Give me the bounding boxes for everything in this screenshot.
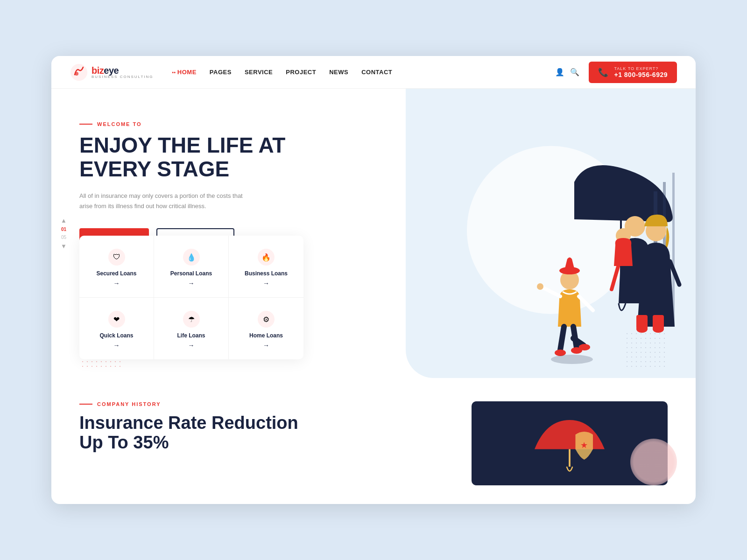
hero-title: ENJOY THE LIFE AT EVERY STAGE xyxy=(79,133,387,181)
nav-contact[interactable]: CONTACT xyxy=(361,69,392,76)
cta-label: TALK TO EXPERT? xyxy=(614,66,658,71)
home-loans-label: Home Loans xyxy=(249,332,283,339)
service-personal-loans[interactable]: 💧 Personal Loans → xyxy=(154,236,229,298)
company-title: Insurance Rate Reduction Up To 35% xyxy=(79,413,444,453)
dot-pattern-right xyxy=(625,331,667,369)
nav-project[interactable]: PROJECT xyxy=(286,69,316,76)
personal-loans-arrow: → xyxy=(188,280,195,287)
service-life-loans[interactable]: ☂ Life Loans → xyxy=(154,298,229,359)
quick-loans-arrow: → xyxy=(113,342,120,349)
browser-frame: bizeye BUSINESS CONSULTING HOME PAGES SE… xyxy=(51,56,696,504)
search-icon[interactable]: 🔍 xyxy=(570,68,579,77)
user-icon[interactable]: 👤 xyxy=(555,68,564,77)
hero-section: ▲ 01 05 ▼ WELCOME TO ENJOY THE LIFE AT E… xyxy=(51,89,696,378)
nav-news[interactable]: NEWS xyxy=(329,69,348,76)
logo-tagline: BUSINESS CONSULTING xyxy=(92,75,154,79)
home-loans-icon: ⚙ xyxy=(258,311,275,328)
svg-rect-10 xyxy=(636,315,648,329)
welcome-text: WELCOME TO xyxy=(97,121,142,127)
nav-home[interactable]: HOME xyxy=(172,69,197,76)
cta-phone-number: +1 800-956-6929 xyxy=(614,71,668,78)
personal-loans-label: Personal Loans xyxy=(170,270,212,277)
business-loans-icon: 🔥 xyxy=(258,249,275,266)
personal-loans-icon: 💧 xyxy=(183,249,200,266)
company-history-content: COMPANY HISTORY Insurance Rate Reduction… xyxy=(79,401,444,453)
service-home-loans[interactable]: ⚙ Home Loans → xyxy=(229,298,303,359)
welcome-label: WELCOME TO xyxy=(79,121,387,127)
hero-description: All of in insurance may only covers a po… xyxy=(79,191,257,211)
company-history-section: COMPANY HISTORY Insurance Rate Reduction… xyxy=(51,378,696,485)
company-label-text: COMPANY HISTORY xyxy=(97,401,161,407)
umbrella-preview-svg: ★ xyxy=(500,408,640,478)
service-quick-loans[interactable]: ❤ Quick Loans → xyxy=(79,298,154,359)
svg-point-19 xyxy=(579,344,590,350)
company-label-line xyxy=(79,404,92,405)
phone-icon: 📞 xyxy=(598,67,608,77)
svg-text:★: ★ xyxy=(580,441,588,450)
quick-loans-label: Quick Loans xyxy=(99,332,133,339)
nav-icons: 👤 🔍 xyxy=(555,68,579,77)
nav-service[interactable]: SERVICE xyxy=(245,69,273,76)
logo-text: bizeye xyxy=(92,66,154,75)
nav-links: HOME PAGES SERVICE PROJECT NEWS CONTACT xyxy=(172,69,556,76)
svg-point-1 xyxy=(75,72,78,76)
business-loans-label: Business Loans xyxy=(245,270,288,277)
service-secured-loans[interactable]: 🛡 Secured Loans → xyxy=(79,236,154,298)
services-grid: 🛡 Secured Loans → 💧 Personal Loans → 🔥 B… xyxy=(79,236,303,359)
svg-point-15 xyxy=(537,283,543,290)
cta-phone-button[interactable]: 📞 TALK TO EXPERT? +1 800-956-6929 xyxy=(589,62,677,83)
life-loans-label: Life Loans xyxy=(177,332,205,339)
svg-point-0 xyxy=(70,64,87,81)
hero-content: WELCOME TO ENJOY THE LIFE AT EVERY STAGE… xyxy=(51,89,406,378)
secured-loans-icon: 🛡 xyxy=(108,249,125,266)
logo-icon xyxy=(70,63,88,81)
svg-point-18 xyxy=(551,355,593,364)
secured-loans-label: Secured Loans xyxy=(96,270,136,277)
home-loans-arrow: → xyxy=(263,342,269,349)
life-loans-icon: ☂ xyxy=(183,311,200,328)
nav-pages[interactable]: PAGES xyxy=(210,69,232,76)
business-loans-arrow: → xyxy=(263,280,269,287)
svg-rect-11 xyxy=(653,315,664,329)
logo[interactable]: bizeye BUSINESS CONSULTING xyxy=(70,63,154,81)
service-business-loans[interactable]: 🔥 Business Loans → xyxy=(229,236,303,298)
life-loans-arrow: → xyxy=(188,342,195,349)
company-history-label: COMPANY HISTORY xyxy=(79,401,444,407)
navbar: bizeye BUSINESS CONSULTING HOME PAGES SE… xyxy=(51,56,696,89)
secured-loans-arrow: → xyxy=(113,280,120,287)
quick-loans-icon: ❤ xyxy=(108,311,125,328)
pink-decorative-circle xyxy=(630,439,677,485)
welcome-line xyxy=(79,124,92,125)
